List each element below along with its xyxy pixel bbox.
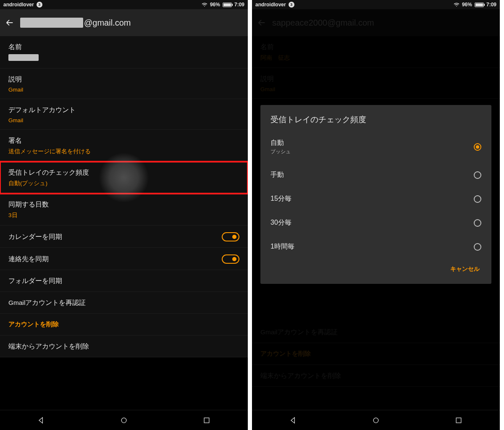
toggle-on[interactable]	[222, 254, 239, 264]
redacted-block	[20, 18, 83, 28]
setting-name: 名前 阿南 征志	[252, 36, 500, 68]
battery-icon	[475, 3, 484, 7]
setting-sync-calendar[interactable]: カレンダーを同期	[0, 225, 248, 248]
option-30min[interactable]: 30分毎	[270, 211, 481, 235]
option-manual[interactable]: 手動	[270, 163, 481, 187]
cancel-button[interactable]: キャンセル	[449, 262, 481, 276]
setting-default-account[interactable]: デフォルトアカウント Gmail	[0, 99, 248, 130]
setting-reauth-gmail: Gmailアカウントを再認証	[252, 321, 500, 343]
status-carrier: androidlover	[3, 2, 34, 8]
nav-home-icon[interactable]	[116, 412, 132, 429]
back-button[interactable]	[257, 18, 266, 27]
setting-description[interactable]: 説明 Gmail	[0, 68, 248, 99]
dialog-title: 受信トレイのチェック頻度	[270, 114, 481, 125]
setting-sync-contacts[interactable]: 連絡先を同期	[0, 248, 248, 270]
screenshot-left: androidlover 3 96% 7:09 @gmail.com	[0, 0, 248, 430]
app-bar: sappeace2000@gmail.com	[252, 9, 500, 36]
radio-icon[interactable]	[474, 195, 481, 203]
radio-selected-icon[interactable]	[474, 143, 481, 151]
screenshot-right: androidlover 3 96% 7:09 sappeace2000@gma…	[252, 0, 500, 430]
section-delete-account: アカウントを削除	[252, 343, 500, 365]
page-title: sappeace2000@gmail.com	[272, 18, 374, 28]
status-bar: androidlover 3 96% 7:09	[252, 0, 500, 9]
toggle-on[interactable]	[222, 232, 239, 241]
setting-remove-from-device: 端末からアカウントを削除	[252, 365, 500, 387]
svg-point-0	[121, 418, 126, 423]
battery-icon	[223, 3, 232, 7]
nav-back-icon[interactable]	[33, 412, 50, 429]
android-nav-bar	[252, 410, 500, 430]
setting-inbox-check-frequency[interactable]: 受信トレイのチェック頻度 自動(プッシュ)	[0, 162, 248, 194]
setting-description: 説明 Gmail	[252, 68, 500, 99]
notification-count-badge: 3	[289, 2, 294, 8]
inbox-frequency-dialog: 受信トレイのチェック頻度 自動 プッシュ 手動 15分毎 30分毎	[260, 105, 491, 284]
option-15min[interactable]: 15分毎	[270, 187, 481, 211]
page-title: @gmail.com	[20, 18, 131, 28]
setting-remove-from-device[interactable]: 端末からアカウントを削除	[0, 336, 248, 357]
wifi-icon	[202, 2, 207, 8]
nav-recent-icon[interactable]	[198, 412, 215, 429]
nav-back-icon[interactable]	[285, 412, 302, 429]
status-time: 7:09	[234, 2, 244, 8]
setting-name[interactable]: 名前	[0, 36, 248, 68]
status-bar: androidlover 3 96% 7:09	[0, 0, 248, 9]
nav-recent-icon[interactable]	[450, 412, 467, 429]
battery-percent: 96%	[462, 2, 472, 8]
setting-sync-folders[interactable]: フォルダーを同期	[0, 270, 248, 292]
nav-home-icon[interactable]	[368, 412, 384, 429]
setting-signature[interactable]: 署名 送信メッセージに署名を付ける	[0, 130, 248, 162]
wifi-icon	[454, 2, 459, 8]
app-bar: @gmail.com	[0, 9, 248, 36]
svg-point-2	[373, 418, 378, 423]
radio-icon[interactable]	[474, 219, 481, 227]
back-button[interactable]	[5, 18, 14, 27]
option-auto[interactable]: 自動 プッシュ	[270, 131, 481, 163]
redacted-block	[8, 54, 239, 62]
setting-sync-days[interactable]: 同期する日数 3日	[0, 194, 248, 225]
setting-reauth-gmail[interactable]: Gmailアカウントを再認証	[0, 292, 248, 314]
section-delete-account: アカウントを削除	[0, 314, 248, 336]
radio-icon[interactable]	[474, 243, 481, 251]
android-nav-bar	[0, 410, 248, 430]
notification-count-badge: 3	[37, 2, 42, 8]
status-carrier: androidlover	[255, 2, 286, 8]
battery-percent: 96%	[210, 2, 220, 8]
svg-rect-1	[204, 418, 209, 423]
svg-rect-3	[456, 418, 461, 423]
radio-icon[interactable]	[474, 171, 481, 179]
status-time: 7:09	[486, 2, 496, 8]
option-1hour[interactable]: 1時間毎	[270, 235, 481, 259]
